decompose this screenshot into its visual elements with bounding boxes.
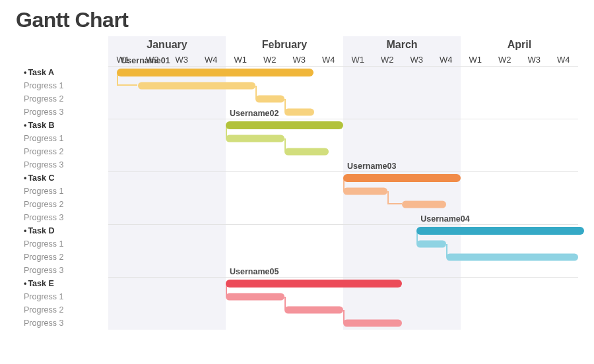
progress-bar[interactable] (255, 96, 285, 103)
task-bar-main[interactable] (117, 69, 314, 76)
progress-label: Progress 1 (16, 292, 108, 301)
progress-label: Progress 1 (16, 134, 108, 143)
progress-label: Progress 3 (16, 266, 108, 275)
week-header: W1 (226, 53, 255, 66)
week-header: W1 (461, 53, 490, 66)
progress-bar[interactable] (416, 241, 446, 248)
progress-label: Progress 1 (16, 239, 108, 249)
progress-bar[interactable] (226, 135, 284, 142)
week-header: W3 (402, 53, 432, 66)
progress-label: Progress 2 (16, 94, 108, 104)
month-february: February (226, 36, 343, 53)
progress-label: Progress 2 (16, 253, 108, 262)
owner-label: Username05 (230, 267, 279, 276)
week-header: W2 (255, 53, 285, 66)
week-header: W2 (373, 53, 403, 66)
task-label: Task D (16, 226, 108, 235)
week-header: W4 (197, 53, 226, 66)
gantt-chart: JanuaryFebruaryMarchAprilW1W2W3W4W1W2W3W… (16, 36, 578, 330)
progress-label: Progress 3 (16, 107, 108, 117)
task-label: Task A (16, 68, 108, 77)
page-title: Gantt Chart (16, 8, 578, 32)
progress-label: Progress 1 (16, 81, 108, 90)
week-header: W3 (519, 53, 549, 66)
progress-label: Progress 2 (16, 200, 108, 209)
progress-bar[interactable] (284, 307, 343, 314)
task-bar-main[interactable] (416, 227, 584, 235)
progress-bar[interactable] (343, 320, 402, 327)
task-label: Task B (16, 121, 108, 130)
progress-label: Progress 1 (16, 187, 108, 196)
month-april: April (461, 36, 578, 53)
progress-label: Progress 2 (16, 305, 108, 315)
week-header: W3 (284, 53, 314, 66)
progress-bar[interactable] (446, 254, 578, 261)
task-bar-main[interactable] (226, 280, 402, 288)
task-bar-main[interactable] (343, 174, 461, 182)
week-header: W4 (314, 53, 344, 66)
week-header: W1 (343, 53, 373, 66)
progress-bar[interactable] (402, 201, 446, 208)
task-label: Task C (16, 173, 108, 183)
owner-label: Username04 (420, 214, 469, 224)
week-header: W2 (490, 53, 520, 66)
week-header: W3 (167, 53, 197, 66)
month-january: January (108, 36, 226, 53)
owner-label: Username01 (121, 56, 170, 65)
progress-label: Progress 2 (16, 147, 108, 156)
progress-bar[interactable] (284, 148, 329, 156)
month-march: March (343, 36, 461, 53)
progress-bar[interactable] (138, 82, 255, 90)
week-header: W4 (432, 53, 461, 66)
progress-label: Progress 3 (16, 213, 108, 222)
task-bar-main[interactable] (226, 121, 343, 129)
progress-bar[interactable] (343, 188, 387, 195)
progress-label: Progress 3 (16, 318, 108, 328)
owner-label: Username02 (230, 109, 279, 118)
task-label: Task E (16, 279, 108, 288)
progress-bar[interactable] (226, 293, 284, 301)
owner-label: Username03 (347, 162, 396, 171)
progress-bar[interactable] (284, 109, 314, 116)
week-header: W4 (549, 53, 579, 66)
progress-label: Progress 3 (16, 160, 108, 169)
